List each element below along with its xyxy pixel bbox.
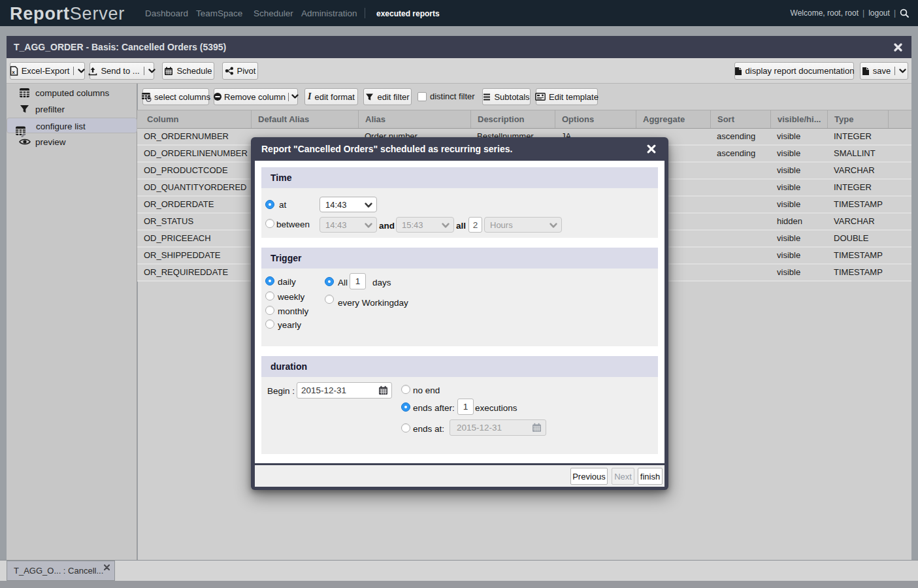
no-end-radio[interactable] xyxy=(401,385,410,394)
nav-item-dashboard[interactable]: Dashboard xyxy=(145,8,188,18)
monthly-radio[interactable] xyxy=(265,306,274,315)
at-time-select[interactable]: 14:43 xyxy=(320,197,377,212)
edit-format-button[interactable]: I edit format xyxy=(304,88,358,105)
cell-visible: visible xyxy=(770,265,827,280)
cell-sort xyxy=(710,248,770,263)
grid-plus-icon xyxy=(141,92,152,102)
cell-visible: visible xyxy=(770,197,827,212)
excel-export-button[interactable]: x Excel-Export xyxy=(10,62,85,80)
cell-sort: ascending xyxy=(710,146,770,161)
interval-unit-value: Hours xyxy=(490,220,513,230)
previous-button[interactable]: Previous xyxy=(570,468,608,485)
pivot-icon xyxy=(225,67,234,75)
nav-divider xyxy=(365,8,365,18)
time-section-header: Time xyxy=(261,167,658,188)
window-close-icon[interactable] xyxy=(894,43,902,52)
days-input[interactable] xyxy=(350,273,366,289)
edit-filter-button[interactable]: edit filter xyxy=(363,88,412,105)
at-time-value: 14:43 xyxy=(325,200,347,210)
executions-input[interactable] xyxy=(457,399,474,415)
nav-item-teamspace[interactable]: TeamSpace xyxy=(196,8,242,18)
sidebar-item-configure-list[interactable]: configure list xyxy=(7,118,137,133)
time-section-heading: Time xyxy=(270,167,291,188)
column-header-visible[interactable]: visible/hi... xyxy=(770,110,827,128)
select-columns-button[interactable]: select columns xyxy=(142,88,209,105)
table-header-row: Column Default Alias Alias Description O… xyxy=(137,110,911,129)
remove-column-button[interactable]: Remove column xyxy=(214,88,298,105)
save-button[interactable]: save xyxy=(860,62,908,80)
minus-circle-icon xyxy=(213,92,222,101)
ends-at-radio[interactable] xyxy=(401,423,410,433)
finish-button[interactable]: finish xyxy=(638,468,663,485)
pivot-button[interactable]: Pivot xyxy=(222,62,258,80)
cell-column: OR_ORDERDATE xyxy=(137,197,251,212)
cell-visible: visible xyxy=(770,146,827,161)
logout-link[interactable]: logout xyxy=(868,8,890,18)
send-to-button[interactable]: Send to ... xyxy=(90,62,154,80)
subtotals-button[interactable]: Subtotals xyxy=(482,88,531,105)
column-header-column[interactable]: Column xyxy=(137,110,251,128)
dialog-close-icon[interactable] xyxy=(647,144,656,154)
cell-column: OR_ORDERNUMBER xyxy=(137,129,251,144)
sidebar-item-label: prefilter xyxy=(35,105,65,114)
column-header-sort[interactable]: Sort xyxy=(710,110,770,128)
sidebar-item-computed-columns[interactable]: computed columns xyxy=(7,85,137,101)
nav-item-scheduler[interactable]: Scheduler xyxy=(254,8,293,18)
weekly-radio[interactable] xyxy=(265,291,274,301)
search-icon[interactable] xyxy=(900,8,909,18)
cell-visible: visible xyxy=(770,231,827,246)
tab-close-icon[interactable] xyxy=(104,564,110,570)
schedule-button[interactable]: Schedule xyxy=(162,62,214,80)
column-header-spacer xyxy=(888,110,911,128)
daily-radio[interactable] xyxy=(265,276,274,286)
column-header-options[interactable]: Options xyxy=(555,110,636,128)
nav-item-administration[interactable]: Administration xyxy=(301,8,357,18)
cell-visible: visible xyxy=(770,163,827,178)
column-header-default-alias[interactable]: Default Alias xyxy=(251,110,358,128)
sidebar-item-prefilter[interactable]: prefilter xyxy=(7,101,137,118)
column-header-aggregate[interactable]: Aggregate xyxy=(636,110,710,128)
column-header-type[interactable]: Type xyxy=(827,110,888,128)
nav-pipe: | xyxy=(894,8,896,18)
between-to-select[interactable]: 15:43 xyxy=(396,217,454,233)
ends-after-radio[interactable] xyxy=(401,402,410,412)
no-end-label: no end xyxy=(413,385,440,395)
reportserver-logo[interactable]: ReportServer xyxy=(10,1,125,27)
sidebar-item-label: computed columns xyxy=(35,88,109,98)
cell-visible: visible xyxy=(770,248,827,263)
duration-section-heading: duration xyxy=(270,356,307,377)
trigger-section-heading: Trigger xyxy=(270,248,301,269)
button-divider xyxy=(144,67,144,75)
yearly-radio[interactable] xyxy=(265,319,274,329)
nav-active-module[interactable]: executed reports xyxy=(376,9,440,18)
sidebar-item-label: preview xyxy=(35,137,66,147)
column-header-description[interactable]: Description xyxy=(470,110,555,128)
column-header-alias[interactable]: Alias xyxy=(358,110,470,128)
open-report-tab[interactable]: T_AGG_O... : Cancell... xyxy=(7,561,115,581)
cell-type: VARCHAR xyxy=(827,163,888,178)
between-radio[interactable] xyxy=(265,219,274,228)
at-radio[interactable] xyxy=(265,200,274,209)
days-label: days xyxy=(372,278,391,287)
calendar-icon[interactable] xyxy=(378,385,388,395)
workingday-radio[interactable] xyxy=(325,295,334,304)
cell-type: VARCHAR xyxy=(827,214,888,229)
distinct-filter-label: distinct filter xyxy=(430,92,475,101)
between-from-select[interactable]: 14:43 xyxy=(320,217,377,233)
yearly-label: yearly xyxy=(278,320,301,330)
distinct-filter-checkbox[interactable] xyxy=(418,92,427,101)
display-report-documentation-button[interactable]: display report documentation xyxy=(734,62,854,80)
edit-filter-label: edit filter xyxy=(377,92,409,102)
report-window-title: T_AGG_ORDER - Basis: Cancelled Orders (5… xyxy=(14,36,226,58)
interval-input[interactable] xyxy=(468,217,482,233)
edit-template-button[interactable]: Edit template xyxy=(536,88,598,105)
grid-icon xyxy=(19,88,30,99)
chevron-down-icon xyxy=(148,69,156,74)
sidebar-item-preview[interactable]: preview xyxy=(7,134,137,150)
interval-unit-select[interactable]: Hours xyxy=(484,217,562,233)
save-label: save xyxy=(873,66,891,76)
next-button[interactable]: Next xyxy=(612,468,634,485)
all-label: all xyxy=(456,221,466,231)
all-days-radio[interactable] xyxy=(325,277,334,286)
logo-bold: Report xyxy=(10,4,70,24)
